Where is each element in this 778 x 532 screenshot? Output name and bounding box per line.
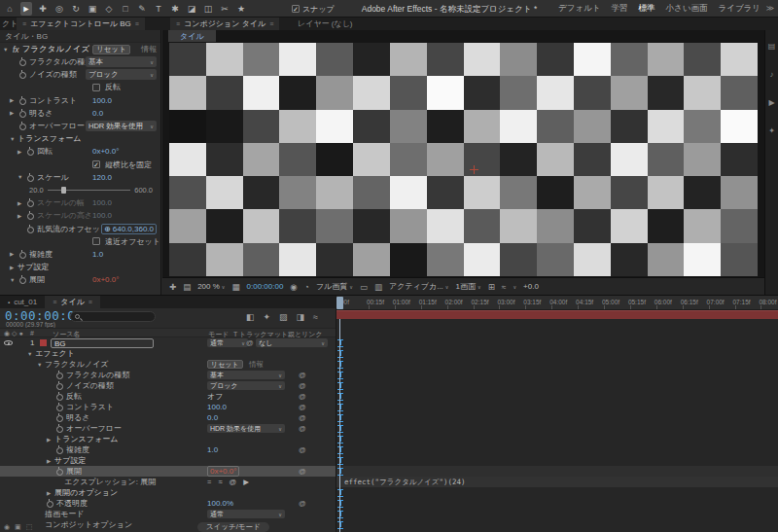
stopwatch-icon[interactable] [18,57,26,66]
property-dropdown[interactable]: HDR 効果を使用∨ [86,121,157,131]
snap-checkbox[interactable]: ✓ [292,5,300,13]
stopwatch-icon[interactable] [18,96,26,105]
property-value[interactable]: 100.0 [92,96,112,105]
effect-property-row[interactable]: オーバーフローHDR 効果を使用∨ [0,120,160,132]
zoom-tool-icon[interactable]: ◎ [53,2,65,16]
property-bar-marker[interactable] [337,372,343,379]
twirl-icon[interactable]: ▶ [47,490,54,496]
stopwatch-icon[interactable] [26,211,34,220]
zoom-menu[interactable]: 200 %∨ [197,282,225,291]
stopwatch-icon[interactable] [55,413,63,422]
property-value[interactable]: 100.0 [207,403,227,411]
effect-property-row[interactable]: ▼展開0x+0.0° [0,273,160,286]
graph-editor-icon[interactable]: ≈ [313,312,318,322]
snap-control[interactable]: ✓ スナップ [292,0,335,18]
property-bar-marker[interactable] [337,457,343,465]
timeline-property-row[interactable]: コントラスト100.0@ [0,402,336,412]
twirl-icon[interactable]: ▼ [37,362,45,368]
mask-tool-icon[interactable]: □ [120,2,131,16]
property-bar-marker[interactable] [337,468,343,476]
stopwatch-icon[interactable] [55,381,63,390]
enable-expression-icon[interactable]: = [207,478,211,486]
resolution-menu[interactable]: フル画質∨ [316,281,353,292]
property-bar-marker[interactable] [337,361,343,369]
timeline-property-row[interactable]: 不透明度100.0%@ [0,498,336,509]
timeline-property-row[interactable]: オーバーフローHDR 効果を使用∨@ [0,423,336,434]
stopwatch-icon[interactable] [26,147,34,156]
stopwatch-icon[interactable] [26,225,34,233]
timeline-tab-tile[interactable]: ≡ タイル ≡ [45,296,100,308]
exposure-value[interactable]: +0.0 [523,282,539,291]
stopwatch-icon[interactable] [55,403,63,411]
effect-property-row[interactable]: ▼スケール120.0 [0,171,160,184]
stopwatch-icon[interactable] [55,467,63,476]
twirl-icon[interactable]: ▶ [10,251,18,257]
camera-tool-icon[interactable]: ▣ [87,2,98,16]
pick-whip-icon[interactable]: @ [299,413,306,422]
eye-icon[interactable] [4,340,13,345]
stopwatch-icon[interactable] [18,250,26,259]
property-bar-marker[interactable] [337,393,343,401]
post-expression-graph-icon[interactable]: ≈ [218,478,222,486]
panel-menu-icon[interactable]: ≡ [269,20,273,27]
effect-property-row[interactable]: ▶スケールの高さ100.0 [0,209,160,222]
type-tool-icon[interactable]: T [153,2,164,16]
current-time-indicator[interactable] [339,319,340,532]
timeline-search-input[interactable] [70,311,156,322]
timeline-bottom-toggles[interactable]: ◉▣⬚ [4,523,32,531]
timeline-property-row[interactable]: 描画モード通常∨ [0,509,336,519]
panel-menu-icon[interactable]: ≡ [22,20,26,27]
property-bar-marker[interactable] [337,350,343,358]
property-dropdown[interactable]: 基本∨ [207,371,285,380]
stopwatch-icon[interactable] [55,371,63,379]
effect-property-row[interactable]: ✓縦横比を固定 [0,159,160,171]
home-tool-icon[interactable]: ⌂ [4,2,16,16]
effect-header-row[interactable]: ▼ fx フラクタルノイズ リセット 情報 [0,43,160,55]
property-value[interactable]: 1.0 [207,445,218,454]
layer-row[interactable]: 1 BG 通常∨ @ なし∨ [0,337,336,348]
tab-project-partial[interactable]: クト [2,18,18,30]
timeline-property-row[interactable]: 反転オフ@ [0,391,336,402]
timeline-property-row[interactable]: ▼エフェクト [0,348,336,359]
stopwatch-icon[interactable] [18,109,26,118]
tab-effect-controls[interactable]: ≡ エフェクトコントロール BG ≡ [17,18,145,30]
twirl-icon[interactable]: ▶ [47,458,54,464]
composition-canvas[interactable] [169,43,758,276]
layer-duration-bar[interactable] [336,310,778,319]
scale-slider[interactable] [48,190,131,191]
property-value[interactable]: 100.0% [207,499,233,508]
timeline-property-row[interactable]: 明るさ0.0@ [0,412,336,423]
property-bar-marker[interactable] [337,414,343,422]
property-value[interactable]: 0x+0.0° [207,466,239,477]
property-bar-marker[interactable] [337,436,343,443]
stopwatch-icon[interactable] [18,122,26,130]
checkbox[interactable] [92,84,100,91]
motion-blur-icon[interactable]: ◨ [297,312,305,322]
property-value[interactable]: オフ [207,391,223,402]
pan-behind-tool-icon[interactable]: ◇ [103,2,115,16]
twirl-icon[interactable]: ▼ [10,136,18,142]
brush-tool-icon[interactable]: ✱ [169,2,181,16]
panel-menu-icon[interactable]: ≡ [88,299,92,305]
layer-mode-dropdown[interactable]: 通常∨ [207,338,248,348]
region-of-interest-icon[interactable]: ▭ [360,282,368,292]
pick-whip-icon[interactable]: @ [299,445,306,454]
twirl-icon[interactable]: ▶ [10,110,18,116]
expression-field[interactable]: effect("フラクタルノイズ")(24) [336,477,778,487]
twirl-icon[interactable]: ▶ [18,200,25,206]
stopwatch-icon[interactable] [55,424,63,433]
workspace-item[interactable]: デフォルト [558,3,601,15]
timeline-tab-cut01[interactable]: ▪ cut_01 [0,296,45,308]
clone-stamp-tool-icon[interactable]: ◪ [186,2,197,16]
workspace-item[interactable]: ライブラリ [719,3,761,15]
effect-property-row[interactable]: ▶コントラスト100.0 [0,94,160,107]
twirl-icon[interactable]: ▶ [47,437,54,443]
twirl-icon[interactable]: ▼ [18,174,25,180]
effect-point-icon[interactable]: ⊕ [104,225,111,233]
stopwatch-icon[interactable] [46,499,53,508]
expression-text[interactable]: effect("フラクタルノイズ")(24) [344,478,466,487]
effect-property-row[interactable]: フラクタルの種類基本∨ [0,55,160,68]
stopwatch-icon[interactable] [18,275,26,284]
property-bar-marker[interactable] [337,404,343,411]
property-value[interactable]: 0.0 [207,413,218,422]
